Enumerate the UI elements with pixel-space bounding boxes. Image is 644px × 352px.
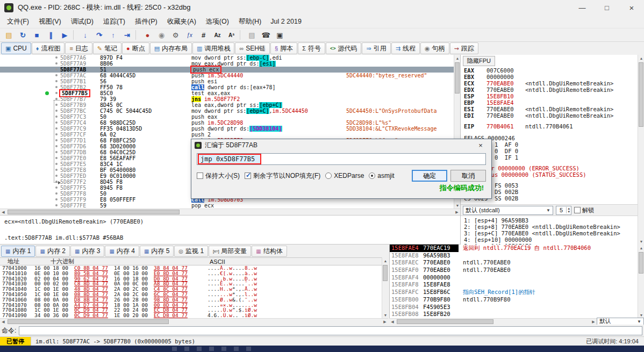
register-row[interactable]: EAX 007C6000 [464,67,638,74]
tab-script[interactable]: § 脚本 [270,42,297,54]
notes-doc-icon[interactable]: ▤ [245,29,259,41]
strings-az-icon[interactable]: Az [211,29,224,41]
tab-notes[interactable]: ✎ 笔记 [93,42,121,54]
stack-row[interactable]: 15E8FB08 15E8FB20 [390,311,638,318]
run-to-user-icon[interactable]: ⇥ [120,29,134,41]
stack-vscrollbar[interactable]: ▲ ▼ [638,245,644,318]
pause-icon[interactable]: ∥ [44,29,58,41]
stack-row[interactable]: 15E8FAEC 770EABE0 ntdll.770EABE0 [390,259,638,267]
register-row[interactable]: EBP 15E8FAE4 [464,99,638,106]
tab-dump-3[interactable]: ▦ 内存 3 [70,246,104,257]
stack-row[interactable]: 15E8FAF4 00000000 [390,274,638,282]
hide-fpu-button[interactable]: 隐藏FPU [463,56,495,66]
argument-line[interactable]: 4: [esp+10] 00000000 [464,236,634,243]
stack-row[interactable]: 15E8FB04 F45905E3 [390,304,638,311]
tab-locals[interactable]: [x=] 局部变量 [209,246,251,257]
asmjit-radio[interactable]: asmjit [369,172,394,179]
menu-item[interactable]: 选项(O) [201,16,234,28]
calling-convention-select[interactable]: 默认 (stdcall) ▼ [463,206,553,215]
tab-watch-1[interactable]: ◎ 监视 1 [174,246,208,257]
patches-hash-icon[interactable]: # [197,29,210,41]
close-button[interactable]: × [619,0,644,15]
dialog-title-bar[interactable]: 汇编于 5D8F77AB × [191,139,491,151]
stack-hscrollbar[interactable]: ◀ ▶ [389,318,597,325]
tab-handles[interactable]: ◉ 句柄 [420,42,449,54]
disasm-row[interactable]: 5D8F77C3 50 push eax [0,114,454,120]
stop-icon[interactable]: ■ [30,29,44,41]
open-file-icon[interactable]: ▤ [2,29,16,41]
stack-row[interactable]: 15E8FAFC 15E8FB6C 指向SEH_Record[1]的指针 [390,289,638,296]
stepper-arrows-icon[interactable]: ▲▼ [566,207,571,213]
disasm-row[interactable]: 5D8F77B5 85C0 test eax,eax [0,90,454,96]
assemble-input[interactable]: jmp 0x5D8F77B5 [197,153,486,165]
tab-references[interactable]: ⇒ 引用 [362,42,390,54]
tab-log[interactable]: ≡ 日志 [65,42,92,54]
scroll-thumb[interactable] [455,62,460,94]
disasm-row[interactable]: 5D8F77AC 68 4044C45D push im.5DC44440 5D… [0,73,454,78]
tab-seh[interactable]: ∞ SEH链 [235,42,270,54]
disasm-row[interactable]: 5D8F77AB 51 push ecx [0,67,454,73]
dump-vscrollbar[interactable]: ▲ ▼ [382,257,388,318]
disasm-row[interactable]: 5D8F77FE 59 pop ecx [0,203,454,209]
nop-fill-checkbox[interactable]: 剩余字节以NOP填充(F) [245,171,320,181]
scroll-thumb[interactable] [8,319,169,324]
stack-view-mode-select[interactable]: 默认 ▼ [597,318,644,325]
argument-line[interactable]: 3: [esp+C] 770EABE0 <ntdll.DbgUiRemoteBr… [464,230,634,236]
disasm-hscrollbar[interactable]: ◀ ▶ [0,209,460,215]
stack-row[interactable]: 15E8FB00 770B9F80 ntdll.770B9F80 [390,296,638,304]
tab-trace[interactable]: ⇝ 跟踪 [450,42,478,54]
restart-icon[interactable]: ↻ [16,29,30,41]
menu-item[interactable]: 视图(V) [34,16,66,28]
menu-item[interactable]: 文件(F) [2,16,34,28]
attach-phone-icon[interactable]: ☎ [259,29,273,41]
step-over-icon[interactable]: ↷ [92,29,106,41]
stack-row[interactable]: 15E8FAF8 15E8FAE8 [390,281,638,289]
disasm-row[interactable]: 5D8F77B1 56 push esi [0,78,454,84]
scroll-thumb[interactable] [8,210,180,214]
breakpoint-icon[interactable]: ● [141,29,154,41]
tab-dump-2[interactable]: ▦ 内存 2 [35,246,69,257]
stack-row[interactable]: 15E8FAF0 770EABE0 ntdll.770EABE0 [390,267,638,274]
menu-item[interactable]: 插件(P) [130,16,162,28]
register-row[interactable]: ESI 770EABE0 <ntdll.DbgUiRemoteBreakin> [464,106,638,112]
settings-gear-icon[interactable]: ⚙ [169,29,182,41]
tab-source[interactable]: <> 源代码 [326,42,362,54]
scroll-up-arrow-icon[interactable]: ▲ [638,55,644,61]
scroll-thumb[interactable] [639,252,643,274]
run-icon[interactable]: ▶ [58,29,71,41]
unlock-checkbox[interactable]: 解锁 [574,206,594,214]
minimize-button[interactable]: — [570,0,595,15]
dump-row[interactable]: 77041090 34 00 36 00 0C D9 04 77 1E 00 2… [0,313,382,318]
menu-item[interactable]: 帮助(H) [234,16,266,28]
scroll-down-arrow-icon[interactable]: ▼ [382,312,389,318]
display-monitor-icon[interactable]: ▣ [273,29,287,41]
tab-memory-map[interactable]: ▤ 内存布局 [150,42,192,54]
stack-view[interactable]: 15E8FAE4 770EAC19 返回到 ntdll.770EAC19 自 n… [389,245,638,318]
breakpoint-dot[interactable] [45,91,49,95]
tab-symbols[interactable]: Σ 符号 [298,42,325,54]
scroll-thumb[interactable] [397,319,493,324]
tab-breakpoints[interactable]: ● 断点 [122,42,149,54]
scroll-up-arrow-icon[interactable]: ▲ [382,257,389,264]
command-input[interactable] [19,326,642,335]
disasm-row[interactable]: 5D8F77B2 FF50 78 call dword ptr ds:[eax+… [0,84,454,90]
register-row[interactable]: EDI 770EABE0 <ntdll.DbgUiRemoteBreakin> [464,112,638,119]
disasm-row[interactable]: 5D8F77C4 68 988DC25D push im.5DC28D98 5D… [0,120,454,126]
tab-dump-4[interactable]: ▦ 内存 4 [105,246,139,257]
maximize-button[interactable]: □ [595,0,619,15]
tab-call-stack[interactable]: ▥ 调用堆栈 [192,42,234,54]
register-row[interactable]: EBX 00000000 [464,74,638,80]
registers-vscrollbar[interactable]: ▲ ▼ [638,55,644,245]
disasm-row[interactable]: 5D8F77A9 8B06 mov eax,dword ptr ds:[esi] [0,61,454,67]
argument-count-stepper[interactable]: 5 ▲▼ [556,206,571,215]
tab-threads[interactable]: ⇉ 线程 [391,42,420,54]
stack-row[interactable]: 15E8FAE8 96A59BB3 [390,252,638,260]
tab-dump-5[interactable]: ▦ 内存 5 [140,246,174,257]
tab-struct[interactable]: ▦ 结构体 [252,246,287,257]
tab-dump-1[interactable]: ▦ 内存 1 [1,246,35,257]
register-row[interactable]: ECX 770EABE0 <ntdll.DbgUiRemoteBreakin> [464,80,638,87]
scroll-thumb[interactable] [383,265,388,281]
cancel-button[interactable]: 取消 [450,170,486,182]
step-into-icon[interactable]: ↓ [78,29,92,41]
keep-size-checkbox[interactable]: 保持大小(S) [197,171,240,181]
